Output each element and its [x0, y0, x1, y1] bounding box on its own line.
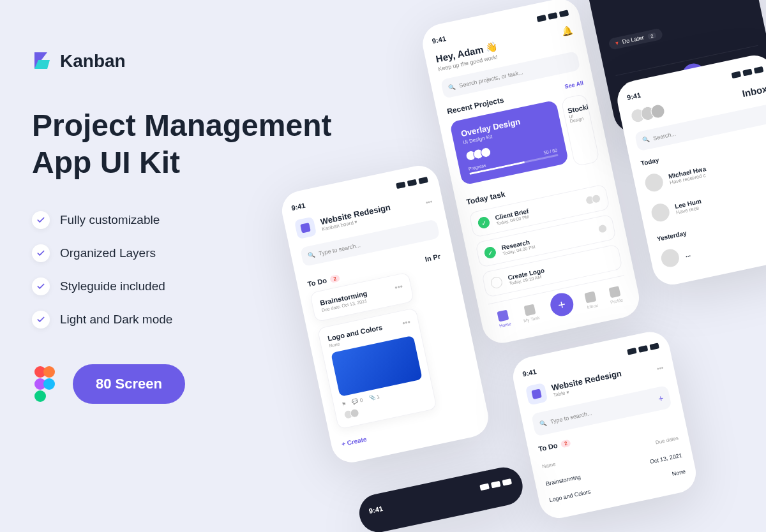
avatar — [650, 202, 671, 223]
svg-point-3 — [43, 366, 55, 378]
feature-text: Light and Dark mode — [60, 313, 172, 327]
feature-item: Light and Dark mode — [32, 311, 377, 329]
nav-inbox[interactable]: Inbox — [584, 291, 598, 309]
page-title: Project Management App UI Kit — [32, 107, 377, 181]
avatar — [659, 248, 680, 269]
feature-text: Organized Layers — [60, 246, 156, 260]
today-task-heading: Today task — [465, 189, 506, 207]
feature-text: Fully customizable — [60, 213, 160, 227]
screen-count-badge[interactable]: 80 Screen — [73, 364, 185, 404]
feature-item: Fully customizable — [32, 211, 377, 229]
checkbox-icon[interactable] — [490, 276, 503, 289]
feature-item: Styleguide included — [32, 277, 377, 295]
checkbox-icon[interactable] — [483, 246, 497, 259]
inbox-screen-mock: 9:41 Inbox 🔍Search... Today Michael HwaH… — [613, 52, 766, 288]
logo-mark-icon — [32, 51, 52, 71]
status-icons — [536, 10, 569, 22]
nav-mytask[interactable]: My Task — [521, 304, 540, 323]
inbox-title: Inbox — [741, 83, 766, 99]
svg-point-6 — [34, 390, 46, 402]
check-icon — [32, 311, 50, 329]
add-button[interactable]: + — [548, 291, 576, 318]
project-icon — [525, 383, 548, 406]
nav-home[interactable]: Home — [497, 309, 512, 328]
search-icon: 🔍 — [642, 136, 650, 144]
bell-icon[interactable]: 🔔 — [560, 25, 573, 37]
checkbox-icon[interactable] — [477, 216, 490, 229]
avatar — [643, 172, 665, 193]
project-card[interactable]: Overlay Design UI Design Kit Progress50 … — [449, 100, 569, 185]
check-icon — [32, 211, 50, 229]
more-icon[interactable]: ••• — [394, 282, 403, 292]
more-icon[interactable]: ••• — [656, 364, 665, 372]
figma-icon — [32, 366, 57, 402]
brand-name: Kanban — [60, 51, 126, 71]
add-icon[interactable]: + — [657, 393, 664, 404]
nav-profile[interactable]: Profile — [608, 286, 624, 305]
feature-list: Fully customizable Organized Layers Styl… — [32, 211, 377, 329]
more-icon[interactable]: ••• — [425, 198, 433, 206]
status-time: 9:41 — [432, 34, 447, 45]
brand-logo: Kanban — [32, 51, 377, 71]
check-icon — [32, 277, 50, 295]
table-screen-mock: 9:41 Website RedesignTable ▾ ••• 🔍Type t… — [509, 329, 700, 522]
feature-item: Organized Layers — [32, 244, 377, 262]
feature-text: Styleguide included — [60, 279, 165, 293]
search-icon: 🔍 — [448, 84, 456, 91]
more-icon[interactable]: ••• — [402, 318, 411, 328]
svg-point-5 — [43, 378, 55, 390]
check-icon — [32, 244, 50, 262]
see-all-link[interactable]: See All — [564, 80, 584, 90]
search-icon: 🔍 — [539, 420, 547, 427]
dark-screen-mock-2: 9:41 — [356, 464, 526, 532]
